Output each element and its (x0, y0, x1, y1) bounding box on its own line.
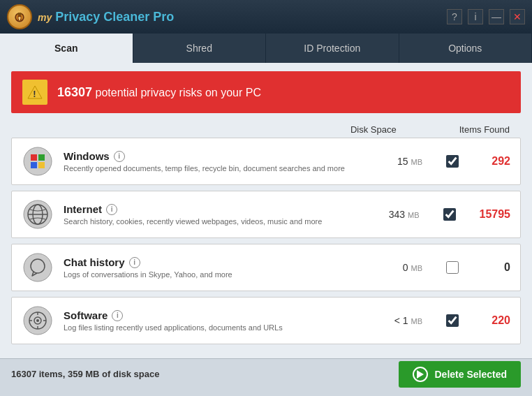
windows-count: 292 (482, 155, 510, 168)
tab-shred[interactable]: Shred (133, 34, 267, 63)
chat-count: 0 (482, 261, 510, 274)
software-disk: < 1 MB (367, 315, 422, 326)
chat-info-icon[interactable]: i (129, 257, 140, 268)
internet-info-icon[interactable]: i (106, 204, 117, 215)
internet-disk: 343 MB (364, 209, 420, 220)
internet-checkbox[interactable] (443, 208, 456, 221)
software-icon (22, 305, 54, 337)
info-button[interactable]: i (468, 9, 483, 24)
tab-id-protection[interactable]: ID Protection (266, 34, 399, 63)
windows-info-icon[interactable]: i (114, 151, 125, 162)
svg-rect-8 (31, 162, 37, 168)
chat-icon (22, 251, 54, 284)
tab-bar: Scan Shred ID Protection Options (0, 34, 532, 63)
col-disk-header: Disk Space (350, 124, 397, 135)
internet-row: Internet i Search history, cookies, rece… (11, 191, 521, 238)
svg-text:!: ! (33, 89, 36, 99)
internet-title: Internet i (64, 203, 354, 215)
minimize-button[interactable]: — (489, 9, 504, 24)
software-count: 220 (482, 314, 510, 327)
footer-summary: 16307 items, 359 MB of disk space (11, 369, 159, 379)
chat-title: Chat history i (64, 256, 357, 268)
alert-text: 16307 potential privacy risks on your PC (57, 85, 261, 100)
windows-info: Windows i Recently opened documents, tem… (64, 150, 357, 173)
windows-disk: 15 MB (367, 156, 422, 167)
svg-rect-9 (38, 162, 45, 168)
main-content: ! 16307 potential privacy risks on your … (0, 63, 532, 358)
tab-options[interactable]: Options (399, 34, 533, 63)
windows-desc: Recently opened documents, temp files, r… (64, 164, 357, 173)
software-row: Software i Log files listing recently us… (11, 297, 521, 344)
app-logo (7, 4, 32, 29)
software-title: Software i (64, 309, 357, 321)
svg-rect-7 (38, 154, 45, 161)
windows-row: Windows i Recently opened documents, tem… (11, 138, 521, 185)
internet-icon (22, 198, 54, 230)
chat-disk: 0 MB (367, 262, 422, 273)
delete-selected-button[interactable]: Delete Selected (399, 361, 522, 388)
svg-rect-6 (31, 154, 37, 161)
table-header: Disk Space Items Found (11, 122, 521, 138)
software-checkbox[interactable] (446, 314, 459, 327)
app-title: my Privacy Cleaner Pro (38, 10, 174, 24)
col-items-header: Items Found (459, 124, 510, 135)
svg-point-14 (24, 254, 52, 281)
software-desc: Log files listing recently used applicat… (64, 323, 357, 332)
internet-count: 15795 (480, 208, 511, 221)
windows-icon (22, 145, 54, 177)
software-info: Software i Log files listing recently us… (64, 309, 357, 332)
internet-info: Internet i Search history, cookies, rece… (64, 203, 354, 226)
svg-point-19 (36, 319, 39, 322)
software-info-icon[interactable]: i (112, 310, 123, 321)
chat-info: Chat history i Logs of conversations in … (64, 256, 357, 279)
windows-checkbox[interactable] (446, 155, 459, 168)
app-logo-area: my Privacy Cleaner Pro (7, 4, 174, 29)
close-button[interactable]: ✕ (510, 9, 525, 24)
windows-title: Windows i (64, 150, 357, 162)
alert-banner: ! 16307 potential privacy risks on your … (11, 71, 521, 113)
chat-row: Chat history i Logs of conversations in … (11, 244, 521, 291)
footer: 16307 items, 359 MB of disk space Delete… (0, 358, 532, 389)
internet-desc: Search history, cookies, recently viewed… (64, 217, 354, 226)
tab-scan[interactable]: Scan (0, 34, 133, 63)
alert-icon: ! (22, 80, 47, 105)
chat-desc: Logs of conversations in Skype, Yahoo, a… (64, 270, 357, 279)
play-icon (413, 367, 428, 382)
window-controls: ? i — ✕ (447, 9, 525, 24)
svg-marker-24 (417, 370, 424, 379)
alert-message: potential privacy risks on your PC (92, 87, 261, 98)
help-button[interactable]: ? (447, 9, 462, 24)
alert-count: 16307 (57, 85, 92, 99)
svg-point-5 (24, 147, 52, 175)
chat-checkbox[interactable] (446, 261, 459, 274)
title-bar: my Privacy Cleaner Pro ? i — ✕ (0, 0, 532, 34)
